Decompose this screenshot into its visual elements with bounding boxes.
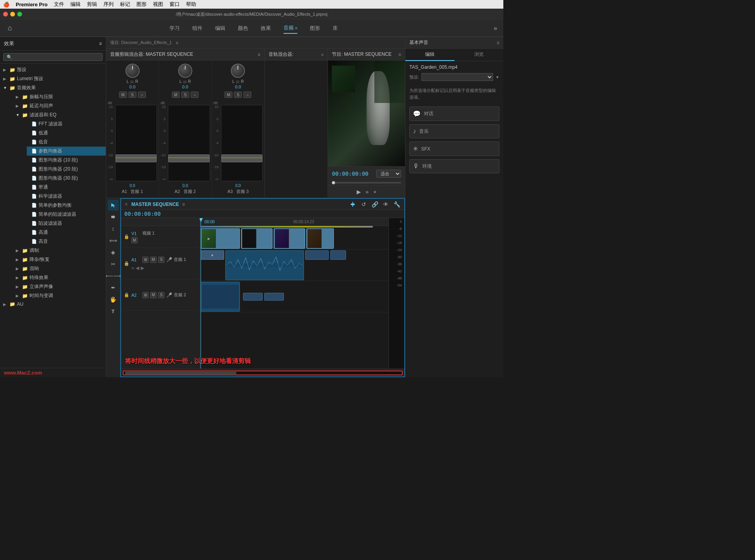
fader-track-a3[interactable]: [221, 105, 263, 181]
nav-color[interactable]: 颜色: [238, 23, 248, 33]
hand-tool[interactable]: 🖐: [108, 294, 119, 305]
channel-a2-knob[interactable]: [178, 64, 192, 78]
nav-edit[interactable]: 编辑: [215, 23, 225, 33]
channel-a1-knob[interactable]: [125, 64, 140, 78]
monitor-scrubber[interactable]: [328, 180, 405, 185]
video-clip-1[interactable]: ▶: [201, 228, 240, 249]
sidebar-item-fft[interactable]: 📄 FFT 滤波器: [27, 119, 106, 129]
a2-mute-btn[interactable]: M: [150, 292, 157, 298]
fader-track-a1[interactable]: [115, 105, 157, 181]
sidebar-item-highpass[interactable]: 📄 高通: [27, 228, 106, 237]
input-button-a2[interactable]: ○: [191, 92, 199, 98]
tab-edit[interactable]: 编辑: [405, 49, 455, 61]
nav-graphics[interactable]: 图形: [310, 23, 320, 33]
text-tool[interactable]: T: [108, 306, 119, 317]
mute-button-a1[interactable]: M: [119, 92, 127, 98]
nav-learn[interactable]: 学习: [169, 23, 180, 33]
a2-clip-1[interactable]: [201, 282, 240, 312]
a1-monitor-btn[interactable]: ⊞: [142, 257, 149, 263]
close-button[interactable]: [3, 12, 8, 17]
rolling-edit-tool[interactable]: ⟺: [108, 235, 119, 246]
channel-a3-knob[interactable]: [231, 64, 245, 78]
sidebar-item-notch[interactable]: 📄 陷波滤波器: [27, 219, 106, 228]
play-button[interactable]: ▶: [357, 189, 361, 195]
mixer-menu-icon[interactable]: ≡: [258, 52, 260, 57]
sidebar-item-noise[interactable]: ▶ 📁 降杂/恢复: [8, 255, 106, 264]
sidebar-item-special[interactable]: ▶ 📁 特殊效果: [8, 273, 106, 282]
timeline-menu-icon[interactable]: ≡: [182, 202, 185, 207]
snap-to-button[interactable]: [348, 200, 357, 209]
sidebar-item-delay[interactable]: ▶ 📁 延迟与回声: [8, 101, 106, 110]
eye-button[interactable]: 👁: [381, 200, 390, 209]
sidebar-item-param-eq[interactable]: 📄 参数均衡器: [27, 147, 106, 156]
dialog-button[interactable]: 💬 对话: [409, 106, 499, 121]
video-clip-2[interactable]: [241, 228, 273, 249]
nav-effects[interactable]: 效果: [261, 23, 271, 33]
input-button-a3[interactable]: ○: [243, 92, 251, 98]
sidebar-item-lowpass[interactable]: 📄 低通: [27, 129, 106, 138]
fit-select[interactable]: 适合 25% 50% 100%: [376, 170, 401, 178]
undo-button[interactable]: ↺: [359, 200, 368, 209]
effects-menu-icon[interactable]: ≡: [99, 41, 102, 46]
a1-vol-left[interactable]: ◀: [136, 265, 139, 271]
solo-button-a3[interactable]: S: [234, 92, 242, 98]
maximize-button[interactable]: [17, 12, 22, 17]
home-button[interactable]: ⌂: [0, 24, 20, 32]
video-clip-3[interactable]: [274, 228, 305, 249]
sidebar-item-simple-param[interactable]: 📄 简单的参数均衡: [27, 201, 106, 210]
sidebar-item-simple-notch[interactable]: 📄 简单的陷波滤波器: [27, 210, 106, 219]
sidebar-item-au[interactable]: ▶ 📁 AU: [0, 300, 106, 308]
nav-assembly[interactable]: 组件: [192, 23, 203, 33]
close-sequence-button[interactable]: ✕: [124, 202, 128, 207]
apple-menu[interactable]: 🍎: [3, 2, 9, 7]
nav-audio[interactable]: 音频 ≡: [284, 23, 297, 34]
a1-clip-main[interactable]: [225, 250, 304, 280]
sidebar-item-treble[interactable]: 📄 高音: [27, 237, 106, 246]
sidebar-item-graphic30[interactable]: 📄 图形均衡器 (30 段): [27, 174, 106, 183]
sidebar-item-time-pitch[interactable]: ▶ 📁 时间与变调: [8, 291, 106, 300]
ambience-button[interactable]: 🎙 环境: [409, 159, 499, 173]
pen-tool[interactable]: ✒: [108, 282, 119, 293]
search-input[interactable]: [3, 53, 103, 61]
sidebar-item-audio-effects[interactable]: ▼ 📁 音频效果: [0, 83, 106, 92]
track-mixer-more[interactable]: »: [321, 52, 324, 57]
preset-select[interactable]: [422, 73, 493, 81]
menu-clip[interactable]: 剪辑: [87, 1, 97, 8]
nav-library[interactable]: 库: [333, 23, 338, 33]
selection-tool[interactable]: [108, 200, 119, 211]
v1-mute-btn[interactable]: M: [131, 237, 138, 243]
sidebar-item-amp[interactable]: ▶ 📁 振幅与压限: [8, 92, 106, 101]
slip-tool[interactable]: ⟵⟶: [108, 270, 119, 281]
a2-clip-small-2[interactable]: [264, 293, 284, 301]
menu-graphics[interactable]: 图形: [136, 1, 147, 8]
scrollbar-track[interactable]: [123, 371, 403, 375]
menu-window[interactable]: 窗口: [169, 1, 180, 8]
transport-more[interactable]: »: [366, 189, 369, 195]
a1-solo-btn[interactable]: S: [158, 257, 164, 263]
rate-stretch-tool[interactable]: ◈: [108, 247, 119, 258]
nav-more-button[interactable]: »: [488, 25, 503, 32]
solo-button-a2[interactable]: S: [181, 92, 189, 98]
a2-monitor-btn[interactable]: ⊞: [142, 292, 149, 298]
spanner-button[interactable]: 🔧: [392, 200, 401, 209]
sidebar-item-filter-eq[interactable]: ▼ 📁 滤波器和 EQ: [8, 110, 106, 119]
a2-solo-btn[interactable]: S: [158, 292, 164, 298]
essential-sound-menu[interactable]: ≡: [497, 40, 499, 46]
a1-lock-button[interactable]: 🔒: [123, 261, 130, 267]
sfx-button[interactable]: ✳ SFX: [409, 141, 499, 156]
sidebar-item-modulate[interactable]: ▶ 📁 调制: [8, 246, 106, 255]
menu-help[interactable]: 帮助: [186, 1, 196, 8]
project-menu[interactable]: ≡: [176, 40, 178, 45]
add-marker-button[interactable]: +: [373, 189, 376, 195]
sidebar-item-graphic10[interactable]: 📄 图形均衡器 (10 段): [27, 156, 106, 165]
video-clip-4[interactable]: [306, 228, 334, 249]
fader-thumb-a2[interactable]: [168, 154, 209, 162]
menu-sequence[interactable]: 序列: [103, 1, 114, 8]
a1-clip-small-1[interactable]: ■: [201, 250, 224, 260]
scrollbar-thumb[interactable]: [125, 372, 236, 375]
a1-vol-right[interactable]: ▶: [141, 265, 144, 271]
scrubber-track[interactable]: [332, 182, 401, 184]
sidebar-item-reverb[interactable]: ▶ 📁 混响: [8, 264, 106, 273]
scrubber-thumb[interactable]: [332, 181, 335, 184]
a1-clip-small-3[interactable]: [330, 250, 346, 260]
